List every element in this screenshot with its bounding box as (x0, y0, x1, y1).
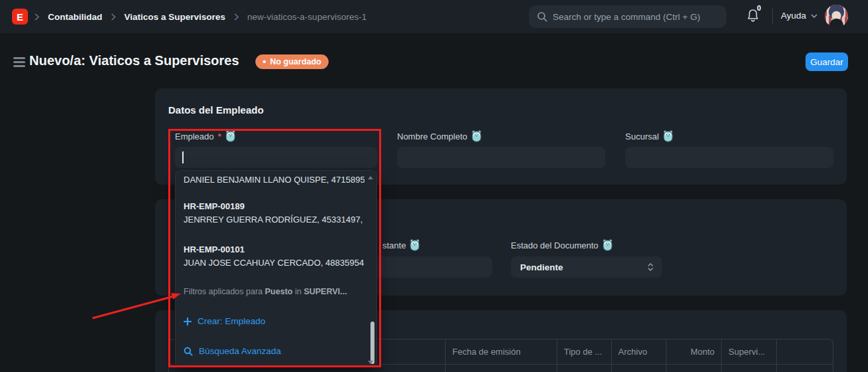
text-cursor (182, 151, 184, 163)
navbar: E Contabilidad Viaticos a Supervisores n… (0, 0, 868, 33)
section-heading: Datos del Empleado (168, 104, 263, 116)
table-header-supervisor: Supervi... (721, 339, 776, 364)
help-menu-label: Ayuda (781, 11, 806, 21)
gopher-mascot-icon (410, 239, 420, 251)
avatar[interactable] (825, 5, 848, 28)
breadcrumb: Contabilidad Viaticos a Supervisores new… (35, 0, 366, 33)
filter-note-field: Puesto (265, 287, 293, 296)
breadcrumb-item-viaticos[interactable]: Viaticos a Supervisores (124, 12, 225, 22)
notifications-button[interactable]: 0 (746, 8, 765, 27)
gopher-mascot-icon (225, 130, 235, 142)
breadcrumb-chevron-icon (111, 13, 116, 21)
empleado-input[interactable] (175, 147, 377, 168)
filter-note-value: SUPERVI... (304, 287, 347, 296)
create-empleado-link[interactable]: Crear: Empleado (184, 316, 265, 326)
status-badge-label: No guardado (270, 57, 321, 66)
sucursal-label-text: Sucursal (625, 132, 659, 141)
breadcrumb-item-current: new-viaticos-a-supervisores-1 (247, 12, 366, 22)
table-header-empty (776, 339, 833, 364)
restante-field-label: stante (382, 240, 420, 251)
nombre-completo-label-text: Nombre Completo (397, 132, 468, 141)
global-search[interactable] (529, 5, 726, 28)
status-badge: • No guardado (255, 54, 329, 69)
notification-count-badge: 0 (757, 4, 761, 12)
dropdown-item-subtitle[interactable]: JENRREY GUERRA RODRÍGUEZ, 45331497, G... (184, 215, 364, 225)
create-empleado-label: Crear: Empleado (198, 316, 265, 326)
table-header-tipo: Tipo de ... (557, 339, 611, 364)
breadcrumb-chevron-icon (234, 13, 239, 21)
nombre-completo-field-label: Nombre Completo (397, 132, 482, 142)
estado-documento-select[interactable]: Pendiente (511, 256, 662, 278)
save-button[interactable]: Guardar (805, 52, 848, 71)
gopher-mascot-icon (663, 130, 673, 142)
page-title: Nuevo/a: Viaticos a Supervisores (29, 53, 239, 68)
status-dot: • (263, 57, 266, 66)
gopher-mascot-icon (603, 239, 613, 251)
nombre-completo-input[interactable] (397, 147, 605, 168)
restante-label-text: stante (382, 240, 406, 250)
estado-selected-value: Pendiente (520, 262, 647, 272)
gopher-mascot-icon (472, 130, 482, 142)
breadcrumb-item-contabilidad[interactable]: Contabilidad (48, 12, 102, 22)
table-header-fecha: Fecha de emisión (445, 339, 557, 364)
dropdown-scrollbar[interactable] (370, 322, 374, 364)
chevron-down-icon (811, 14, 817, 18)
search-icon (537, 11, 547, 22)
advanced-search-label: Búsqueda Avanzada (199, 346, 281, 356)
empleado-dropdown: DANIEL BENJAMIN LLANO QUISPE, 4715895...… (175, 170, 377, 367)
advanced-search-link[interactable]: Búsqueda Avanzada (184, 346, 281, 356)
estado-label-text: Estado del Documento (511, 240, 599, 250)
estado-documento-field-label: Estado del Documento (511, 240, 613, 251)
search-input[interactable] (553, 12, 718, 22)
breadcrumb-chevron-icon (35, 13, 39, 21)
table-header-monto: Monto (666, 339, 721, 364)
table-header-archivo: Archivo (611, 339, 666, 364)
dropdown-item-partial[interactable]: DANIEL BENJAMIN LLANO QUISPE, 4715895... (184, 175, 364, 185)
filter-note-prefix: Filtros aplicados para (184, 287, 265, 296)
required-marker: * (218, 132, 221, 141)
help-menu[interactable]: Ayuda (781, 11, 817, 21)
filter-note-connector: in (293, 287, 304, 296)
scroll-down-icon[interactable] (368, 361, 373, 364)
dropdown-item-subtitle[interactable]: JUAN JOSE CCAHUAY CERCADO, 48835954,... (184, 258, 364, 268)
empleado-field-label: Empleado * (175, 132, 235, 142)
sidebar-toggle-icon[interactable] (13, 57, 25, 69)
erpnext-logo-icon[interactable]: E (12, 9, 28, 25)
scroll-up-icon[interactable] (368, 176, 373, 179)
select-updown-icon (647, 262, 654, 272)
dropdown-filter-note: Filtros aplicados para Puesto in SUPERVI… (184, 287, 364, 296)
bell-icon (746, 13, 760, 25)
empleado-label-text: Empleado (175, 132, 214, 141)
dropdown-item-title[interactable]: HR-EMP-00101 (184, 244, 364, 254)
sucursal-input[interactable] (625, 147, 833, 168)
navbar-divider (772, 9, 773, 25)
dropdown-item-title[interactable]: HR-EMP-00189 (184, 201, 364, 211)
plus-icon (184, 318, 192, 326)
sucursal-field-label: Sucursal (625, 132, 673, 142)
search-icon (184, 347, 193, 356)
